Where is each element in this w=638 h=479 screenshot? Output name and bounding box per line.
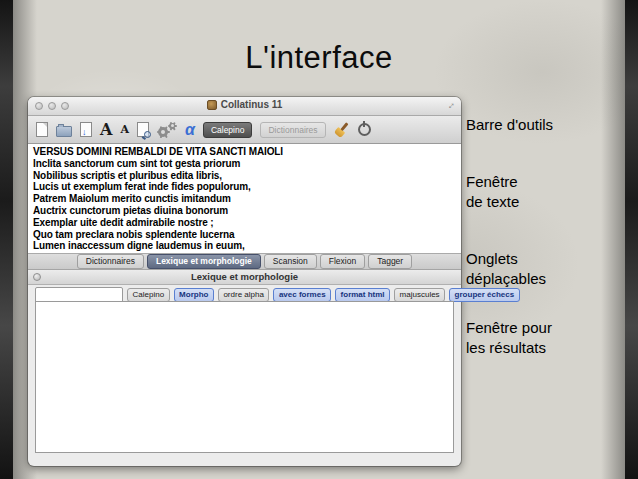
gears-icon <box>157 121 177 138</box>
calepino-toggle[interactable]: Calepino <box>127 288 170 302</box>
open-folder-icon <box>56 126 72 137</box>
text-line: Auctrix cunctorum pietas diuina bonorum <box>33 205 456 217</box>
tab-dictionnaires[interactable]: Dictionnaires <box>77 254 144 269</box>
text-line: Nobilibus scriptis et pluribus edita lib… <box>33 170 456 182</box>
open-file-button[interactable] <box>56 123 72 137</box>
text-editor[interactable]: VERSUS DOMINI REMBALDI DE VITA SANCTI MA… <box>28 144 461 254</box>
quit-button[interactable] <box>358 123 371 136</box>
format-html-toggle[interactable]: format html <box>335 288 390 302</box>
magnifier-icon <box>144 131 151 138</box>
preview-button[interactable] <box>137 122 149 137</box>
search-document-icon <box>137 122 149 137</box>
calepino-toolbar-button[interactable]: Calepino <box>203 122 253 138</box>
title-bar: Collatinus 11 ↔ <box>28 97 461 116</box>
text-line: Quo tam preclara nobis splendente lucern… <box>33 229 456 241</box>
font-larger-button[interactable]: A <box>100 122 112 138</box>
tab-tagger[interactable]: Tagger <box>368 254 412 269</box>
tab-bar: Dictionnaires Lexique et morphologie Sca… <box>28 254 461 270</box>
panel-title: Lexique et morphologie <box>28 270 461 284</box>
font-smaller-button[interactable]: A <box>120 124 129 135</box>
annotation-tabs: Onglets déplaçables <box>466 249 546 289</box>
text-line: Exemplar uite dedit admirabile nostre ; <box>33 217 456 229</box>
annotation-text-window: Fenêtre de texte <box>466 172 519 212</box>
panel-header: Lexique et morphologie <box>28 270 461 285</box>
window-title-text: Collatinus 11 <box>221 99 283 110</box>
tab-scansion[interactable]: Scansion <box>264 254 317 269</box>
window-title: Collatinus 11 <box>28 99 461 110</box>
slide-title: L'interface <box>0 40 638 76</box>
alpha-lemmatize-button[interactable]: α <box>185 122 195 138</box>
avec-formes-toggle[interactable]: avec formes <box>273 288 331 302</box>
save-button[interactable]: ↓ <box>80 122 92 137</box>
clean-button[interactable] <box>334 122 350 138</box>
toolbar: ↓ A A α Calepino Dictionnaires <box>28 116 461 144</box>
ordre-alpha-toggle[interactable]: ordre alpha <box>218 288 269 302</box>
save-icon: ↓ <box>80 122 92 137</box>
results-pane[interactable] <box>35 301 454 453</box>
tab-lexique-et-morphologie[interactable]: Lexique et morphologie <box>147 254 261 269</box>
power-icon <box>358 123 371 136</box>
settings-button[interactable] <box>157 121 177 138</box>
grouper-echecs-toggle[interactable]: grouper échecs <box>449 288 520 302</box>
text-line: Lucis ut exemplum ferat inde fides popul… <box>33 181 456 193</box>
annotation-results-window: Fenêtre pour les résultats <box>466 318 552 358</box>
dictionnaires-toolbar-button[interactable]: Dictionnaires <box>260 122 325 138</box>
majuscules-toggle[interactable]: majuscules <box>394 288 445 302</box>
new-document-button[interactable] <box>36 122 48 137</box>
app-window: Collatinus 11 ↔ ↓ A A α Calepino Diction… <box>28 97 461 466</box>
text-line: Lumen inaccessum digne laudemus in euum, <box>33 240 456 252</box>
tab-flexion[interactable]: Flexion <box>320 254 365 269</box>
annotation-toolbar: Barre d'outils <box>466 115 553 135</box>
new-document-icon <box>36 122 48 137</box>
app-icon <box>207 100 217 110</box>
text-line: Inclita sanctorum cum sint tot gesta pri… <box>33 158 456 170</box>
text-line: VERSUS DOMINI REMBALDI DE VITA SANCTI MA… <box>33 146 456 158</box>
panel-detach-icon[interactable] <box>33 273 41 281</box>
broom-icon <box>334 122 350 138</box>
save-arrow-icon: ↓ <box>82 128 87 137</box>
morpho-toggle[interactable]: Morpho <box>174 288 214 302</box>
text-line: Patrem Maiolum merito cunctis imitandum <box>33 193 456 205</box>
